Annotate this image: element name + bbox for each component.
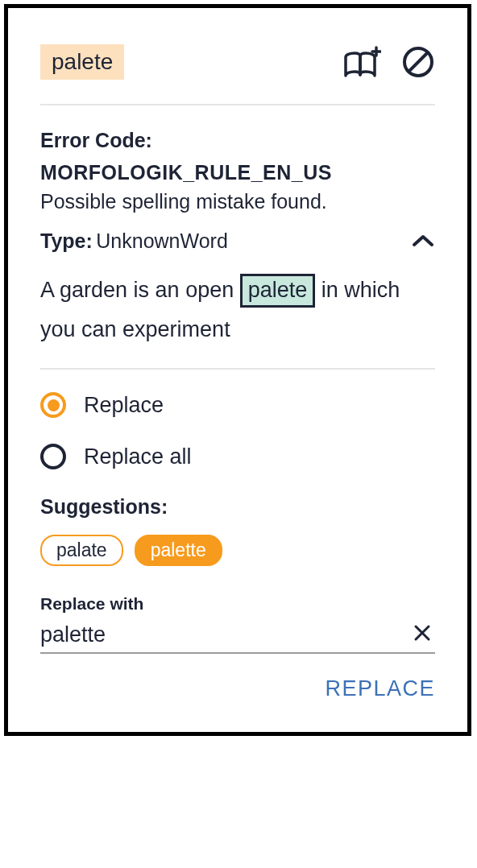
radio-replace-label: Replace	[84, 393, 164, 418]
replace-button[interactable]: REPLACE	[325, 670, 435, 708]
error-description: Possible spelling mistake found.	[40, 190, 435, 213]
type-text: Type: UnknownWord	[40, 229, 228, 253]
add-to-dictionary-button[interactable]	[342, 44, 381, 80]
collapse-button[interactable]	[411, 233, 435, 249]
context-highlight: palete	[240, 274, 316, 308]
error-code-label: Error Code:	[40, 126, 435, 156]
header-icons	[342, 44, 435, 80]
radio-replace-all-label: Replace all	[84, 444, 192, 469]
divider	[40, 104, 435, 105]
error-section: Error Code: MORFOLOGIK_RULE_EN_US Possib…	[40, 126, 435, 213]
radio-icon-selected	[40, 392, 66, 418]
radio-replace[interactable]: Replace	[40, 392, 435, 418]
divider	[40, 368, 435, 370]
radio-icon-unselected	[40, 444, 66, 469]
radio-group: Replace Replace all	[40, 392, 435, 469]
replace-input-row	[40, 622, 435, 654]
svg-line-3	[409, 52, 428, 72]
spellcheck-panel: palete Error Co	[4, 4, 471, 736]
replace-with-label: Replace with	[40, 594, 435, 614]
action-row: REPLACE	[40, 670, 435, 708]
context-sentence: A garden is an open palete in which you …	[40, 271, 435, 351]
suggestions-label: Suggestions:	[40, 495, 435, 519]
suggestion-chips: palate palette	[40, 535, 435, 566]
suggestion-chip[interactable]: palate	[40, 535, 123, 566]
type-value: UnknownWord	[96, 229, 228, 252]
suggestion-chip-selected[interactable]: palette	[135, 535, 222, 566]
header-row: palete	[40, 44, 435, 80]
ignore-button[interactable]	[401, 45, 435, 79]
error-code-value: MORFOLOGIK_RULE_EN_US	[40, 156, 435, 188]
context-before: A garden is an open	[40, 278, 240, 302]
replace-with-input[interactable]	[40, 622, 409, 647]
type-row: Type: UnknownWord	[40, 229, 435, 253]
radio-replace-all[interactable]: Replace all	[40, 444, 435, 469]
clear-input-button[interactable]	[409, 622, 435, 647]
type-label: Type:	[40, 229, 93, 252]
misspelled-word-badge: palete	[40, 44, 124, 80]
